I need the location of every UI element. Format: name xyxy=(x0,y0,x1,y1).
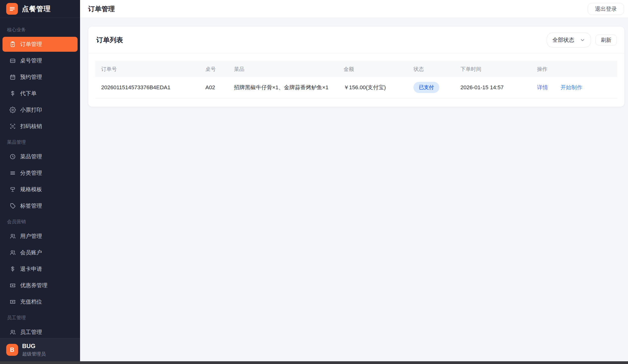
sidebar-item-member-accounts[interactable]: 会员账户 xyxy=(2,245,78,260)
sidebar-item-label: 充值档位 xyxy=(20,298,42,305)
ticket-icon xyxy=(9,299,16,305)
col-header-dishes: 菜品 xyxy=(228,61,338,77)
table-card-icon xyxy=(9,58,16,64)
section-label: 核心业务 xyxy=(2,27,78,33)
user-meta: BUG 超级管理员 xyxy=(22,343,46,357)
dollar-icon xyxy=(9,266,16,272)
scan-icon xyxy=(9,123,16,130)
sidebar-item-category-management[interactable]: 分类管理 xyxy=(2,166,78,181)
cell-table-no: A02 xyxy=(199,77,228,98)
sidebar-item-label: 扫码核销 xyxy=(20,123,42,130)
sidebar-item-label: 会员账户 xyxy=(20,249,42,256)
sidebar-item-label: 预约管理 xyxy=(20,73,42,81)
table-row: 2026011514573376B4EDA1 A02 招牌黑椒牛仔骨×1、金牌蒜… xyxy=(95,77,617,98)
col-header-order-no: 订单号 xyxy=(95,61,199,77)
users-icon xyxy=(9,249,16,256)
col-header-time: 下单时间 xyxy=(455,61,531,77)
calendar-icon xyxy=(9,74,16,80)
section-label: 会员营销 xyxy=(2,219,78,225)
user-name: BUG xyxy=(22,343,46,350)
orders-table: 订单号 桌号 菜品 金额 状态 下单时间 操作 2026011514573376… xyxy=(95,61,617,98)
sidebar-item-label: 用户管理 xyxy=(20,232,42,240)
list-icon xyxy=(9,170,16,176)
sidebar-item-label: 退卡申请 xyxy=(20,265,42,273)
user-role: 超级管理员 xyxy=(22,351,46,357)
sidebar-item-label: 桌号管理 xyxy=(20,57,42,64)
sidebar-item-table-management[interactable]: 桌号管理 xyxy=(2,53,78,68)
cell-dishes: 招牌黑椒牛仔骨×1、金牌蒜香烤鲈鱼×1 xyxy=(228,77,338,98)
nav-section-staff: 员工管理 员工管理 xyxy=(2,315,78,338)
card-controls: 全部状态 刷新 xyxy=(547,33,617,48)
nav-section-dishes: 菜品管理 菜品管理 分类管理 规格模板 xyxy=(2,139,78,213)
avatar: B xyxy=(6,344,18,356)
sidebar-item-user-management[interactable]: 用户管理 xyxy=(2,229,78,244)
status-filter-select[interactable]: 全部状态 xyxy=(547,33,591,48)
users-icon xyxy=(9,329,16,335)
detail-link[interactable]: 详情 xyxy=(537,84,548,90)
sidebar-item-label: 标签管理 xyxy=(20,202,42,210)
sidebar-item-receipt-printing[interactable]: 小票打印 xyxy=(2,102,78,117)
logout-button[interactable]: 退出登录 xyxy=(588,3,624,15)
sidebar-item-label: 优惠券管理 xyxy=(20,282,48,289)
sidebar-item-label: 分类管理 xyxy=(20,169,42,177)
sidebar-item-proxy-order[interactable]: 代下单 xyxy=(2,86,78,101)
sidebar-item-label: 订单管理 xyxy=(20,41,42,48)
sidebar-item-order-management[interactable]: 订单管理 xyxy=(2,37,78,52)
sidebar-item-reservation-management[interactable]: 预约管理 xyxy=(2,70,78,84)
orders-table-wrap: 订单号 桌号 菜品 金额 状态 下单时间 操作 2026011514573376… xyxy=(88,54,624,98)
section-label: 员工管理 xyxy=(2,315,78,321)
sidebar-item-label: 代下单 xyxy=(20,90,37,97)
page-title: 订单管理 xyxy=(88,4,115,13)
card-header: 订单列表 全部状态 刷新 xyxy=(88,27,624,54)
table-header-row: 订单号 桌号 菜品 金额 状态 下单时间 操作 xyxy=(95,61,617,77)
cell-status: 已支付 xyxy=(407,77,455,98)
col-header-actions: 操作 xyxy=(531,61,617,77)
clock-icon xyxy=(9,153,16,160)
order-list-card: 订单列表 全部状态 刷新 订单号 xyxy=(88,27,624,107)
sidebar-item-staff-management[interactable]: 员工管理 xyxy=(2,325,78,338)
col-header-table-no: 桌号 xyxy=(199,61,228,77)
cell-actions: 详情 开始制作 xyxy=(531,77,617,98)
chevron-down-icon xyxy=(580,37,585,43)
users-icon xyxy=(9,233,16,239)
sidebar-item-label: 规格模板 xyxy=(20,186,42,193)
sidebar-item-label: 员工管理 xyxy=(20,328,42,336)
start-making-link[interactable]: 开始制作 xyxy=(560,84,582,90)
sidebar-item-spec-template[interactable]: 规格模板 xyxy=(2,182,78,197)
sidebar-item-label: 小票打印 xyxy=(20,106,42,114)
hamburger-menu-button[interactable] xyxy=(6,3,18,15)
sidebar-item-card-refund[interactable]: 退卡申请 xyxy=(2,262,78,277)
section-label: 菜品管理 xyxy=(2,139,78,145)
gear-icon xyxy=(9,107,16,113)
col-header-status: 状态 xyxy=(407,61,455,77)
sidebar-item-label: 菜品管理 xyxy=(20,153,42,160)
status-filter-value: 全部状态 xyxy=(552,36,574,44)
sidebar-nav: 核心业务 订单管理 桌号管理 预约管理 xyxy=(0,18,80,338)
main-content: 订单列表 全部状态 刷新 订单号 xyxy=(80,18,628,361)
ticket-icon xyxy=(9,282,16,289)
cell-time: 2026-01-15 14:57 xyxy=(455,77,531,98)
sidebar-header: 点餐管理 xyxy=(0,0,80,18)
template-icon xyxy=(9,186,16,193)
sidebar: 点餐管理 核心业务 订单管理 桌号管理 预约管理 xyxy=(0,0,80,361)
dollar-icon xyxy=(9,90,16,97)
sidebar-item-tag-management[interactable]: 标签管理 xyxy=(2,198,78,213)
sidebar-item-dish-management[interactable]: 菜品管理 xyxy=(2,149,78,164)
status-badge: 已支付 xyxy=(413,82,439,93)
hamburger-icon xyxy=(9,6,15,12)
tag-icon xyxy=(9,203,16,209)
clipboard-check-icon xyxy=(9,41,16,48)
horizontal-scrollbar[interactable] xyxy=(0,361,628,364)
nav-section-members: 会员营销 用户管理 会员账户 退卡申请 xyxy=(2,219,78,309)
nav-section-core: 核心业务 订单管理 桌号管理 预约管理 xyxy=(2,27,78,134)
cell-amount: ￥156.00(支付宝) xyxy=(338,77,407,98)
col-header-amount: 金额 xyxy=(338,61,407,77)
card-title: 订单列表 xyxy=(96,36,123,45)
sidebar-item-coupon-management[interactable]: 优惠券管理 xyxy=(2,278,78,293)
sidebar-item-scan-verification[interactable]: 扫码核销 xyxy=(2,119,78,134)
cell-order-no: 2026011514573376B4EDA1 xyxy=(95,77,199,98)
sidebar-item-recharge-tiers[interactable]: 充值档位 xyxy=(2,294,78,309)
topbar: 订单管理 退出登录 xyxy=(80,0,628,18)
current-user-panel[interactable]: B BUG 超级管理员 xyxy=(0,338,80,361)
refresh-button[interactable]: 刷新 xyxy=(595,35,617,46)
